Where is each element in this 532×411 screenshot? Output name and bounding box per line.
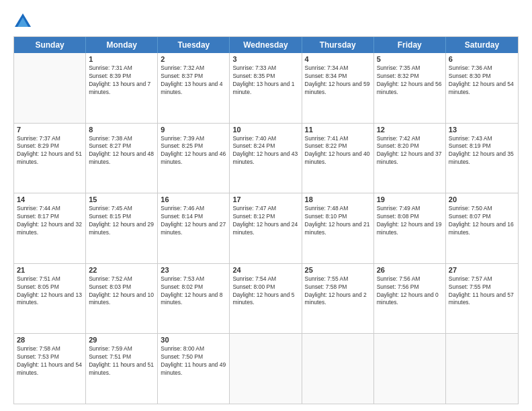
day-number: 26: [377, 266, 443, 274]
day-info: Sunrise: 8:00 AMSunset: 7:50 PMDaylight:…: [161, 345, 226, 377]
day-cell-24: 24Sunrise: 7:54 AMSunset: 8:00 PMDayligh…: [230, 264, 302, 334]
day-info: Sunrise: 7:49 AMSunset: 8:08 PMDaylight:…: [377, 205, 443, 237]
day-number: 17: [232, 195, 298, 203]
day-info: Sunrise: 7:43 AMSunset: 8:19 PMDaylight:…: [449, 135, 515, 167]
calendar-week-2: 7Sunrise: 7:37 AMSunset: 8:29 PMDaylight…: [14, 124, 518, 194]
day-info: Sunrise: 7:48 AMSunset: 8:10 PMDaylight:…: [305, 205, 371, 237]
day-info: Sunrise: 7:32 AMSunset: 8:37 PMDaylight:…: [161, 64, 226, 97]
empty-cell: [230, 334, 302, 404]
day-number: 20: [449, 195, 515, 203]
day-info: Sunrise: 7:57 AMSunset: 7:55 PMDaylight:…: [449, 275, 515, 308]
day-number: 27: [449, 266, 515, 274]
day-info: Sunrise: 7:45 AMSunset: 8:15 PMDaylight:…: [89, 205, 154, 237]
day-number: 23: [161, 266, 226, 274]
day-number: 14: [17, 195, 83, 203]
day-cell-5: 5Sunrise: 7:35 AMSunset: 8:32 PMDaylight…: [374, 53, 446, 123]
day-cell-9: 9Sunrise: 7:39 AMSunset: 8:25 PMDaylight…: [158, 124, 230, 193]
day-number: 15: [89, 195, 154, 203]
day-number: 12: [377, 126, 443, 134]
day-number: 25: [305, 266, 371, 274]
day-info: Sunrise: 7:38 AMSunset: 8:27 PMDaylight:…: [89, 135, 154, 167]
day-number: 19: [377, 195, 443, 203]
day-cell-28: 28Sunrise: 7:58 AMSunset: 7:53 PMDayligh…: [14, 334, 86, 404]
header-day-monday: Monday: [86, 37, 158, 53]
day-info: Sunrise: 7:53 AMSunset: 8:02 PMDaylight:…: [161, 275, 226, 308]
day-cell-4: 4Sunrise: 7:34 AMSunset: 8:34 PMDaylight…: [302, 53, 374, 123]
empty-cell: [374, 334, 446, 404]
day-info: Sunrise: 7:56 AMSunset: 7:56 PMDaylight:…: [377, 275, 443, 308]
day-info: Sunrise: 7:40 AMSunset: 8:24 PMDaylight:…: [232, 135, 298, 167]
day-number: 3: [232, 55, 298, 63]
day-cell-12: 12Sunrise: 7:42 AMSunset: 8:20 PMDayligh…: [374, 124, 446, 193]
day-cell-23: 23Sunrise: 7:53 AMSunset: 8:02 PMDayligh…: [158, 264, 230, 334]
day-number: 7: [17, 126, 83, 134]
calendar-week-1: 1Sunrise: 7:31 AMSunset: 8:39 PMDaylight…: [14, 53, 518, 124]
day-cell-15: 15Sunrise: 7:45 AMSunset: 8:15 PMDayligh…: [86, 193, 158, 263]
day-cell-3: 3Sunrise: 7:33 AMSunset: 8:35 PMDaylight…: [230, 53, 302, 123]
day-cell-19: 19Sunrise: 7:49 AMSunset: 8:08 PMDayligh…: [374, 193, 446, 263]
day-cell-2: 2Sunrise: 7:32 AMSunset: 8:37 PMDaylight…: [158, 53, 230, 123]
day-cell-16: 16Sunrise: 7:46 AMSunset: 8:14 PMDayligh…: [158, 193, 230, 263]
header-day-thursday: Thursday: [302, 37, 374, 53]
empty-cell: [446, 334, 518, 404]
day-cell-11: 11Sunrise: 7:41 AMSunset: 8:22 PMDayligh…: [302, 124, 374, 193]
day-number: 11: [305, 126, 371, 134]
day-cell-25: 25Sunrise: 7:55 AMSunset: 7:58 PMDayligh…: [302, 264, 374, 334]
day-info: Sunrise: 7:39 AMSunset: 8:25 PMDaylight:…: [161, 135, 226, 167]
day-number: 5: [377, 55, 443, 63]
logo: [13, 12, 35, 31]
day-info: Sunrise: 7:42 AMSunset: 8:20 PMDaylight:…: [377, 135, 443, 167]
day-info: Sunrise: 7:55 AMSunset: 7:58 PMDaylight:…: [305, 275, 371, 308]
day-info: Sunrise: 7:51 AMSunset: 8:05 PMDaylight:…: [17, 275, 83, 308]
day-info: Sunrise: 7:44 AMSunset: 8:17 PMDaylight:…: [17, 205, 83, 237]
day-number: 18: [305, 195, 371, 203]
calendar-week-4: 21Sunrise: 7:51 AMSunset: 8:05 PMDayligh…: [14, 264, 518, 334]
calendar: SundayMondayTuesdayWednesdayThursdayFrid…: [13, 36, 519, 404]
calendar-body: 1Sunrise: 7:31 AMSunset: 8:39 PMDaylight…: [14, 53, 518, 404]
day-info: Sunrise: 7:46 AMSunset: 8:14 PMDaylight:…: [161, 205, 226, 237]
day-number: 2: [161, 55, 226, 63]
day-number: 30: [161, 336, 226, 344]
day-cell-8: 8Sunrise: 7:38 AMSunset: 8:27 PMDaylight…: [86, 124, 158, 193]
header-day-sunday: Sunday: [14, 37, 86, 53]
day-cell-6: 6Sunrise: 7:36 AMSunset: 8:30 PMDaylight…: [446, 53, 518, 123]
day-number: 8: [89, 126, 154, 134]
day-cell-10: 10Sunrise: 7:40 AMSunset: 8:24 PMDayligh…: [230, 124, 302, 193]
day-number: 22: [89, 266, 154, 274]
day-cell-13: 13Sunrise: 7:43 AMSunset: 8:19 PMDayligh…: [446, 124, 518, 193]
calendar-week-3: 14Sunrise: 7:44 AMSunset: 8:17 PMDayligh…: [14, 193, 518, 264]
day-info: Sunrise: 7:36 AMSunset: 8:30 PMDaylight:…: [449, 64, 515, 97]
header-day-tuesday: Tuesday: [158, 37, 230, 53]
day-info: Sunrise: 7:59 AMSunset: 7:51 PMDaylight:…: [89, 345, 154, 377]
day-number: 6: [449, 55, 515, 63]
page-header: [13, 12, 519, 31]
day-cell-1: 1Sunrise: 7:31 AMSunset: 8:39 PMDaylight…: [86, 53, 158, 123]
day-number: 13: [449, 126, 515, 134]
day-number: 29: [89, 336, 154, 344]
logo-icon: [13, 12, 32, 31]
day-cell-14: 14Sunrise: 7:44 AMSunset: 8:17 PMDayligh…: [14, 193, 86, 263]
day-cell-26: 26Sunrise: 7:56 AMSunset: 7:56 PMDayligh…: [374, 264, 446, 334]
day-cell-17: 17Sunrise: 7:47 AMSunset: 8:12 PMDayligh…: [230, 193, 302, 263]
day-cell-22: 22Sunrise: 7:52 AMSunset: 8:03 PMDayligh…: [86, 264, 158, 334]
day-number: 21: [17, 266, 83, 274]
day-info: Sunrise: 7:31 AMSunset: 8:39 PMDaylight:…: [89, 64, 154, 97]
day-info: Sunrise: 7:54 AMSunset: 8:00 PMDaylight:…: [232, 275, 298, 308]
day-cell-29: 29Sunrise: 7:59 AMSunset: 7:51 PMDayligh…: [86, 334, 158, 404]
day-info: Sunrise: 7:37 AMSunset: 8:29 PMDaylight:…: [17, 135, 83, 167]
calendar-header: SundayMondayTuesdayWednesdayThursdayFrid…: [14, 37, 518, 53]
day-cell-27: 27Sunrise: 7:57 AMSunset: 7:55 PMDayligh…: [446, 264, 518, 334]
day-number: 9: [161, 126, 226, 134]
day-info: Sunrise: 7:41 AMSunset: 8:22 PMDaylight:…: [305, 135, 371, 167]
day-number: 16: [161, 195, 226, 203]
calendar-week-5: 28Sunrise: 7:58 AMSunset: 7:53 PMDayligh…: [14, 334, 518, 404]
day-number: 28: [17, 336, 83, 344]
empty-cell: [302, 334, 374, 404]
day-cell-20: 20Sunrise: 7:50 AMSunset: 8:07 PMDayligh…: [446, 193, 518, 263]
day-cell-30: 30Sunrise: 8:00 AMSunset: 7:50 PMDayligh…: [158, 334, 230, 404]
day-info: Sunrise: 7:33 AMSunset: 8:35 PMDaylight:…: [232, 64, 298, 97]
header-day-friday: Friday: [374, 37, 446, 53]
day-cell-18: 18Sunrise: 7:48 AMSunset: 8:10 PMDayligh…: [302, 193, 374, 263]
day-cell-21: 21Sunrise: 7:51 AMSunset: 8:05 PMDayligh…: [14, 264, 86, 334]
header-day-saturday: Saturday: [446, 37, 518, 53]
